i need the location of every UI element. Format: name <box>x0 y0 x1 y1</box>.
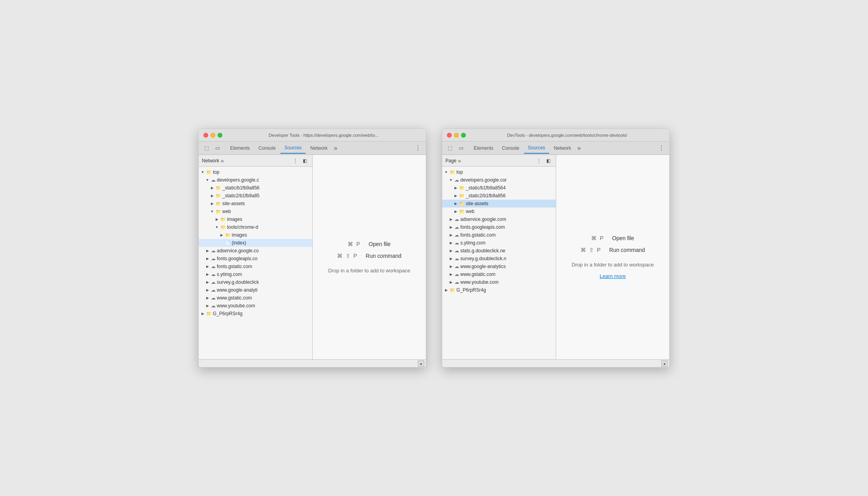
close-button-2[interactable] <box>447 133 452 138</box>
tree-item[interactable]: ☁www.youtube.com <box>199 302 312 310</box>
tree-item[interactable]: ☁stats.g.doubleclick.ne <box>442 247 556 255</box>
minimize-button-2[interactable] <box>454 133 459 138</box>
minimize-button-1[interactable] <box>211 133 215 138</box>
close-button-1[interactable] <box>203 133 208 138</box>
tree-item[interactable]: ☁survey.g.doubleclick <box>199 278 312 286</box>
tree-item[interactable]: ☁fonts.googleapis.co <box>199 255 312 263</box>
tree-item[interactable]: ☁www.gstatic.com <box>442 270 556 278</box>
tree-item-label: G_P6rpRSr4g <box>213 311 242 316</box>
cloud-icon: ☁ <box>211 279 216 285</box>
tree-item[interactable]: 📁top <box>199 168 312 176</box>
tree-item[interactable]: ☁adservice.google.co <box>199 247 312 255</box>
devtools-window-2: DevTools - developers.google.com/web/too… <box>442 129 670 367</box>
tree-item[interactable]: ☁www.youtube.com <box>442 278 556 286</box>
tree-item[interactable]: 📁_static2/b1fb9a85 <box>199 192 312 200</box>
drop-text-1: Drop in a folder to add to workspace <box>328 268 410 274</box>
tree-area-2: 📁top☁developers.google.cor📁_static/b1fb9… <box>442 167 556 359</box>
tree-item[interactable]: 📁web <box>199 208 312 215</box>
tree-item[interactable]: ☁s.ytimg.com <box>199 270 312 278</box>
devtools-inspect-icon[interactable]: ⬚ <box>202 143 211 153</box>
window-title-1: Developer Tools - https://developers.goo… <box>226 133 421 138</box>
tree-item[interactable]: 📁site-assets <box>442 200 556 208</box>
tree-item[interactable]: 📁G_P6rpRSr4g <box>199 310 312 318</box>
folder-empty-icon: 📁 <box>450 288 455 293</box>
sidebar-menu-icon-1[interactable]: ⋮ <box>291 156 300 165</box>
folder-icon: 📁 <box>220 225 226 230</box>
tab-more-1[interactable]: » <box>332 145 339 152</box>
tree-item[interactable]: ☁fonts.gstatic.com <box>199 263 312 270</box>
tree-area-1: 📁top☁developers.google.c📁_static/b1fb9a8… <box>199 167 312 359</box>
tab-console-2[interactable]: Console <box>498 143 523 153</box>
folder-icon: 📁 <box>459 209 465 214</box>
tree-item[interactable]: ☁www.google-analyti <box>199 286 312 294</box>
tab-network-1[interactable]: Network <box>306 143 331 153</box>
tree-item-label: _static2/b1fb9a856 <box>466 193 505 198</box>
tree-item[interactable]: 📄(index) <box>199 239 312 247</box>
tree-item[interactable]: ☁www.google-analytics <box>442 263 556 270</box>
devtools-inspect-icon-2[interactable]: ⬚ <box>445 143 455 153</box>
tree-item-label: web <box>222 209 231 214</box>
tab-network-2[interactable]: Network <box>550 143 575 153</box>
maximize-button-1[interactable] <box>218 133 222 138</box>
tree-item[interactable]: ☁adservice.google.com <box>442 215 556 223</box>
sidebar-label-1: Network <box>202 158 219 163</box>
tree-arrow <box>453 193 458 198</box>
learn-more-link[interactable]: Learn more <box>600 273 626 279</box>
scroll-btn-2[interactable]: ▲ <box>661 360 668 367</box>
cloud-icon: ☁ <box>454 217 459 222</box>
tab-sources-2[interactable]: Sources <box>524 143 549 154</box>
tree-item[interactable]: ☁fonts.gstatic.com <box>442 231 556 239</box>
tree-item-label: site-assets <box>466 201 488 206</box>
sidebar-end-1: ⋮ ◧ <box>291 156 309 165</box>
tree-item-label: web <box>466 209 474 214</box>
tab-sources-1[interactable]: Sources <box>280 143 306 154</box>
tree-arrow <box>449 241 453 245</box>
sidebar-end-2: ⋮ ◧ <box>535 156 553 165</box>
cmd1-label-1: Open file <box>369 241 391 247</box>
tab-bar-menu-1[interactable]: ⋮ <box>413 143 423 153</box>
tree-item[interactable]: ☁survey.g.doubleclick.n <box>442 255 556 263</box>
tab-console-1[interactable]: Console <box>255 143 280 153</box>
sidebar-toggle-icon-2[interactable]: ◧ <box>544 156 553 165</box>
sidebar-toggle-icon-1[interactable]: ◧ <box>300 156 309 165</box>
cmd2-label-1: Run command <box>366 253 401 259</box>
devtools-window-1: Developer Tools - https://developers.goo… <box>198 129 426 367</box>
tab-elements-2[interactable]: Elements <box>470 143 497 153</box>
tab-bar-menu-2[interactable]: ⋮ <box>657 143 666 153</box>
tree-item[interactable]: ☁fonts.googleapis.com <box>442 223 556 231</box>
sidebar-toolbar-2: Page » ⋮ ◧ <box>442 155 556 167</box>
sidebar-more-1[interactable]: » <box>221 158 224 164</box>
cloud-icon: ☁ <box>454 177 459 183</box>
tree-item[interactable]: 📁tools/chrome-d <box>199 223 312 231</box>
tree-item[interactable]: 📁G_P6rpRSr4g <box>442 286 556 294</box>
tree-item-label: www.gstatic.com <box>217 295 252 301</box>
scroll-btn-1[interactable]: ▲ <box>418 360 424 367</box>
cloud-icon: ☁ <box>211 272 216 277</box>
tree-item[interactable]: ☁developers.google.c <box>199 176 312 184</box>
tree-item[interactable]: 📁web <box>442 208 556 215</box>
bottom-bar-1: ▲ <box>199 359 426 367</box>
tree-item-label: _static/b1fb9a856 <box>222 185 260 191</box>
tree-item[interactable]: 📁_static2/b1fb9a856 <box>442 192 556 200</box>
tree-item-label: adservice.google.co <box>217 248 259 254</box>
page-wrapper: Developer Tools - https://developers.goo… <box>183 113 685 383</box>
tab-elements-1[interactable]: Elements <box>226 143 254 153</box>
tree-item[interactable]: ☁developers.google.cor <box>442 176 556 184</box>
sidebar-more-2[interactable]: » <box>458 158 461 164</box>
tree-item[interactable]: 📁images <box>199 231 312 239</box>
devtools-device-icon[interactable]: ▭ <box>213 143 222 153</box>
tree-item[interactable]: 📁images <box>199 215 312 223</box>
maximize-button-2[interactable] <box>461 133 466 138</box>
tree-item-label: top <box>456 169 463 175</box>
tree-item-label: developers.google.c <box>217 177 259 183</box>
devtools-device-icon-2[interactable]: ▭ <box>456 143 466 153</box>
sidebar-menu-icon-2[interactable]: ⋮ <box>535 156 543 165</box>
traffic-lights-2 <box>447 133 466 138</box>
tree-item[interactable]: 📁site-assets <box>199 200 312 208</box>
tree-item[interactable]: ☁s.ytimg.com <box>442 239 556 247</box>
tab-more-2[interactable]: » <box>576 145 582 152</box>
tree-item[interactable]: 📁_static/b1fb9a856 <box>199 184 312 192</box>
tree-item[interactable]: 📁top <box>442 168 556 176</box>
tree-item[interactable]: ☁www.gstatic.com <box>199 294 312 302</box>
tree-item[interactable]: 📁_static/b1fb9a8564 <box>442 184 556 192</box>
